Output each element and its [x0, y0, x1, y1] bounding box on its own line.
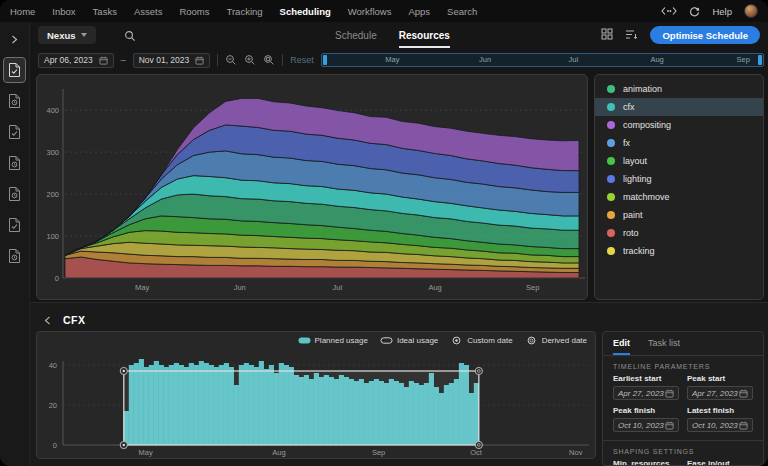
- shaping-settings-fields: Min. resourcesEase in/out: [603, 457, 763, 466]
- legend-item-layout[interactable]: layout: [595, 152, 763, 170]
- legend-item-label: animation: [623, 84, 662, 94]
- field-latest-finish-input[interactable]: Oct 10, 2023: [687, 418, 753, 432]
- custom-date-handle[interactable]: [120, 441, 127, 448]
- legend-item-tracking[interactable]: tracking: [595, 242, 763, 260]
- usage-bar-chart[interactable]: 02040MayAugSepOctNov: [37, 344, 596, 459]
- grid-view-icon[interactable]: [601, 26, 613, 44]
- legend-item-label: roto: [623, 228, 639, 238]
- legend-item-matchmove[interactable]: matchmove: [595, 188, 763, 206]
- back-chevron-icon[interactable]: [44, 311, 51, 329]
- nav-item-inbox[interactable]: Inbox: [52, 6, 75, 17]
- resource-usage-chart-panel: 0100200300400MayJunJulAugSep: [36, 74, 588, 300]
- rail-document-clock-icon[interactable]: [4, 244, 25, 268]
- expand-rail-chevron-icon[interactable]: [6, 30, 24, 48]
- nav-item-search[interactable]: Search: [447, 6, 477, 17]
- legend-item-compositing[interactable]: compositing: [595, 116, 763, 134]
- svg-text:0: 0: [53, 441, 57, 450]
- legend-item-label: matchmove: [623, 192, 670, 202]
- end-date-field[interactable]: Nov 01, 2023: [133, 53, 211, 68]
- rail-document-check-icon[interactable]: [4, 213, 25, 237]
- legend-item-roto[interactable]: roto: [595, 224, 763, 242]
- tab-edit[interactable]: Edit: [613, 338, 630, 355]
- svg-text:200: 200: [46, 190, 59, 199]
- legend-color-dot: [607, 247, 615, 255]
- svg-text:Jun: Jun: [234, 283, 246, 292]
- calendar-icon: [99, 51, 108, 69]
- field-peak-start-input[interactable]: Apr 27, 2023: [687, 386, 753, 400]
- rail-document-clock-icon[interactable]: [4, 182, 25, 206]
- field-value: Oct 10, 2023: [692, 421, 738, 430]
- minimap-month-label: Jun: [479, 55, 491, 64]
- legend-item-animation[interactable]: animation: [595, 80, 763, 98]
- legend-item-fx[interactable]: fx: [595, 134, 763, 152]
- search-icon[interactable]: [124, 28, 136, 46]
- nav-item-scheduling[interactable]: Scheduling: [280, 6, 331, 17]
- rail-document-clock-icon[interactable]: [4, 151, 25, 175]
- zoom-out-icon[interactable]: [225, 54, 237, 66]
- field-value: Apr 27, 2023: [618, 389, 664, 398]
- field-peak-finish: Peak finishOct 10, 2023: [613, 406, 679, 432]
- tab-schedule[interactable]: Schedule: [335, 22, 377, 48]
- field-label: Earliest start: [613, 374, 679, 383]
- legend-item-label: tracking: [623, 246, 655, 256]
- legend-item-paint[interactable]: paint: [595, 206, 763, 224]
- field-label: Latest finish: [687, 406, 753, 415]
- rail-document-clock-icon[interactable]: [4, 89, 25, 113]
- nav-item-home[interactable]: Home: [10, 6, 35, 17]
- zoom-in-icon[interactable]: [244, 54, 256, 66]
- nav-item-workflows[interactable]: Workflows: [348, 6, 392, 17]
- help-link[interactable]: Help: [712, 6, 732, 17]
- svg-text:20: 20: [49, 401, 57, 410]
- legend-color-dot: [607, 175, 615, 183]
- sort-icon[interactable]: [625, 26, 638, 44]
- code-icon[interactable]: [661, 6, 677, 16]
- svg-text:Aug: Aug: [272, 448, 285, 457]
- svg-text:Sep: Sep: [372, 448, 385, 457]
- nav-item-apps[interactable]: Apps: [408, 6, 430, 17]
- detail-title: CFX: [63, 314, 86, 326]
- nav-item-assets[interactable]: Assets: [134, 6, 163, 17]
- zoom-fit-icon[interactable]: [263, 54, 275, 66]
- rail-document-check-icon[interactable]: [4, 120, 25, 144]
- legend-item-lighting[interactable]: lighting: [595, 170, 763, 188]
- top-nav-right: Help: [661, 4, 758, 18]
- avatar[interactable]: [744, 4, 758, 18]
- optimise-schedule-button[interactable]: Optimise Schedule: [650, 26, 760, 44]
- field-peak-finish-input[interactable]: Oct 10, 2023: [613, 418, 679, 432]
- project-selector[interactable]: Nexus: [38, 26, 96, 44]
- legend-item-cfx[interactable]: cfx: [595, 98, 763, 116]
- ideal-usage-rect[interactable]: [124, 371, 479, 445]
- derived-date-handle[interactable]: [475, 367, 482, 374]
- start-date-value: Apr 06, 2023: [44, 55, 93, 65]
- calendar-icon: [195, 51, 204, 69]
- start-date-field[interactable]: Apr 06, 2023: [38, 53, 114, 68]
- project-name: Nexus: [47, 30, 76, 41]
- reset-button[interactable]: Reset: [290, 55, 314, 65]
- legend-item-label: layout: [623, 156, 647, 166]
- edit-panel-tabs: EditTask list: [603, 332, 763, 355]
- refresh-icon[interactable]: [689, 6, 700, 17]
- rail-document-check-icon[interactable]: [4, 58, 25, 82]
- detail-header: CFX: [44, 311, 86, 329]
- nav-item-rooms[interactable]: Rooms: [179, 6, 209, 17]
- minimap-right-handle[interactable]: [758, 55, 762, 65]
- svg-text:Jul: Jul: [333, 283, 343, 292]
- calendar-icon: [665, 421, 674, 430]
- legend-color-dot: [607, 211, 615, 219]
- minimap-left-handle[interactable]: [323, 55, 327, 65]
- tab-resources[interactable]: Resources: [399, 22, 450, 48]
- divider: [217, 54, 218, 66]
- custom-date-handle[interactable]: [120, 367, 127, 374]
- legend-color-dot: [607, 103, 615, 111]
- stacked-area-chart[interactable]: 0100200300400MayJunJulAugSep: [37, 75, 587, 299]
- minimap-month-label: May: [385, 55, 399, 64]
- timeline-minimap[interactable]: MayJunJulAugSep: [321, 53, 764, 67]
- svg-text:Sep: Sep: [526, 283, 539, 292]
- tab-task-list[interactable]: Task list: [648, 338, 680, 355]
- field-earliest-start-input[interactable]: Apr 27, 2023: [613, 386, 679, 400]
- nav-item-tasks[interactable]: Tasks: [93, 6, 117, 17]
- top-nav-menu: HomeInboxTasksAssetsRoomsTrackingSchedul…: [10, 6, 477, 17]
- nav-item-tracking[interactable]: Tracking: [227, 6, 263, 17]
- rail-items: [4, 58, 25, 275]
- calendar-icon: [739, 421, 748, 430]
